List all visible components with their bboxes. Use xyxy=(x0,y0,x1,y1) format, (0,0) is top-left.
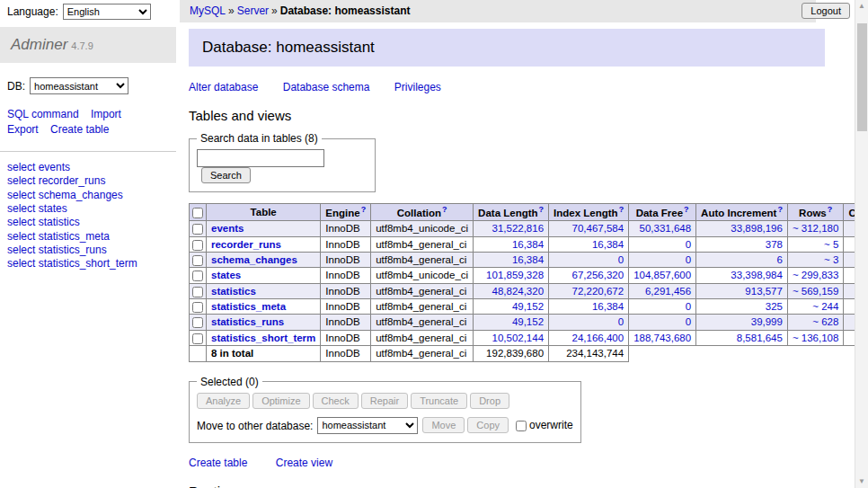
column-help-link[interactable]: ? xyxy=(828,205,833,214)
data-free-link[interactable]: 0 xyxy=(686,239,691,250)
breadcrumb-server[interactable]: Server xyxy=(237,4,269,17)
data-length-link[interactable]: 101,859,328 xyxy=(486,270,544,280)
create-link-create-table[interactable]: Create table xyxy=(189,457,247,469)
search-button[interactable]: Search xyxy=(201,167,251,183)
column-help-link[interactable]: ? xyxy=(442,205,447,214)
data-free-link[interactable]: 50,331,648 xyxy=(640,223,692,234)
search-input[interactable] xyxy=(197,149,324,167)
index-length-link[interactable]: 24,166,400 xyxy=(572,333,624,343)
sidebar-action-import[interactable]: Import xyxy=(91,108,121,120)
rows-link[interactable]: ~ 628 xyxy=(812,316,838,327)
breadcrumb-mysql[interactable]: MySQL xyxy=(190,4,226,17)
move-db-select[interactable]: homeassistant xyxy=(317,417,418,434)
create-link-create-view[interactable]: Create view xyxy=(276,457,332,469)
auto-increment-link[interactable]: 33,398,984 xyxy=(731,270,783,280)
rows-link[interactable]: ~ 299,833 xyxy=(793,270,838,280)
rows-link[interactable]: ~ 569,159 xyxy=(793,286,838,297)
bulk-check-button[interactable]: Check xyxy=(313,393,359,409)
language-select[interactable]: English xyxy=(63,4,151,20)
index-length-link[interactable]: 67,256,320 xyxy=(572,270,624,280)
scroll-down-arrow[interactable]: ▼ xyxy=(855,475,868,488)
scroll-up-arrow[interactable]: ▲ xyxy=(855,0,868,13)
sidebar-item-select-statistics-runs[interactable]: select statistics_runs xyxy=(7,244,169,257)
sidebar-item-select-statistics-meta[interactable]: select statistics_meta xyxy=(7,230,169,244)
data-length-link[interactable]: 16,384 xyxy=(512,239,544,250)
bulk-optimize-button[interactable]: Optimize xyxy=(252,393,309,409)
column-help-link[interactable]: ? xyxy=(539,205,545,214)
row-checkbox-events[interactable] xyxy=(192,224,203,235)
auto-increment-link[interactable]: 913,577 xyxy=(745,286,783,297)
table-link-states[interactable]: states xyxy=(211,270,241,280)
db-link-privileges[interactable]: Privileges xyxy=(394,81,441,93)
data-free-link[interactable]: 0 xyxy=(686,254,691,265)
table-link-statistics[interactable]: statistics xyxy=(211,286,256,297)
column-help-link[interactable]: ? xyxy=(684,205,689,214)
data-length-link[interactable]: 48,824,320 xyxy=(492,286,545,297)
move-button[interactable]: Move xyxy=(422,417,465,433)
index-length-link[interactable]: 16,384 xyxy=(592,239,624,250)
row-checkbox-statistics[interactable] xyxy=(192,287,203,297)
copy-button[interactable]: Copy xyxy=(467,417,509,433)
column-help-link[interactable]: ? xyxy=(361,205,367,214)
index-length-link[interactable]: 0 xyxy=(618,254,624,265)
row-checkbox-recorder-runs[interactable] xyxy=(192,240,203,251)
auto-increment-link[interactable]: 39,999 xyxy=(751,316,783,327)
row-checkbox-states[interactable] xyxy=(192,271,203,281)
table-link-events[interactable]: events xyxy=(211,223,244,234)
select-all-checkbox[interactable] xyxy=(192,208,203,218)
bulk-truncate-button[interactable]: Truncate xyxy=(411,393,467,409)
sidebar-action-sql-command[interactable]: SQL command xyxy=(7,108,79,120)
sidebar-item-select-statistics[interactable]: select statistics xyxy=(7,216,169,229)
data-free-link[interactable]: 0 xyxy=(686,316,691,327)
rows-link[interactable]: ~ 136,108 xyxy=(793,333,838,343)
row-checkbox-statistics-meta[interactable] xyxy=(192,302,203,313)
logout-button[interactable]: Logout xyxy=(802,3,850,19)
rows-link[interactable]: ~ 3 xyxy=(824,254,838,265)
sidebar-item-select-schema-changes[interactable]: select schema_changes xyxy=(7,189,169,202)
auto-increment-link[interactable]: 6 xyxy=(777,254,783,265)
bulk-analyze-button[interactable]: Analyze xyxy=(197,393,250,409)
index-length-link[interactable]: 0 xyxy=(618,316,624,327)
db-link-alter-database[interactable]: Alter database xyxy=(189,81,258,93)
rows-link[interactable]: ~ 5 xyxy=(824,239,838,250)
sidebar-item-select-recorder-runs[interactable]: select recorder_runs xyxy=(7,174,169,188)
auto-increment-link[interactable]: 33,898,196 xyxy=(731,223,783,234)
row-checkbox-schema-changes[interactable] xyxy=(192,255,203,266)
table-link-statistics-meta[interactable]: statistics_meta xyxy=(211,301,286,312)
table-link-recorder-runs[interactable]: recorder_runs xyxy=(211,239,281,250)
bulk-repair-button[interactable]: Repair xyxy=(361,393,408,409)
scrollbar-thumb[interactable] xyxy=(857,23,867,131)
row-checkbox-statistics-runs[interactable] xyxy=(192,317,203,328)
db-link-database-schema[interactable]: Database schema xyxy=(283,81,370,93)
data-free-link[interactable]: 0 xyxy=(686,301,691,312)
sidebar-action-export[interactable]: Export xyxy=(7,123,39,136)
data-free-link[interactable]: 6,291,456 xyxy=(645,286,691,297)
vertical-scrollbar[interactable]: ▲ ▼ xyxy=(855,0,868,488)
bulk-drop-button[interactable]: Drop xyxy=(470,393,509,409)
overwrite-checkbox[interactable] xyxy=(516,421,527,431)
data-length-link[interactable]: 49,152 xyxy=(512,316,544,327)
index-length-link[interactable]: 70,467,584 xyxy=(572,223,624,234)
auto-increment-link[interactable]: 378 xyxy=(766,239,783,250)
sidebar-item-select-events[interactable]: select events xyxy=(7,161,169,174)
column-help-link[interactable]: ? xyxy=(619,205,624,214)
data-length-link[interactable]: 49,152 xyxy=(512,301,544,312)
auto-increment-link[interactable]: 325 xyxy=(766,301,783,312)
index-length-link[interactable]: 72,220,672 xyxy=(572,286,624,297)
sidebar-item-select-statistics-short-term[interactable]: select statistics_short_term xyxy=(7,257,169,271)
row-checkbox-statistics-short-term[interactable] xyxy=(192,333,203,344)
data-free-link[interactable]: 188,743,680 xyxy=(633,333,691,343)
table-link-schema-changes[interactable]: schema_changes xyxy=(211,254,297,265)
auto-increment-link[interactable]: 8,581,645 xyxy=(737,333,783,343)
sidebar-item-select-states[interactable]: select states xyxy=(7,202,169,216)
table-link-statistics-short-term[interactable]: statistics_short_term xyxy=(211,333,315,343)
data-length-link[interactable]: 16,384 xyxy=(512,254,544,265)
data-length-link[interactable]: 10,502,144 xyxy=(492,333,545,343)
rows-link[interactable]: ~ 244 xyxy=(812,301,838,312)
table-link-statistics-runs[interactable]: statistics_runs xyxy=(211,316,284,327)
rows-link[interactable]: ~ 312,180 xyxy=(793,223,838,234)
data-free-link[interactable]: 104,857,600 xyxy=(633,270,691,280)
sidebar-action-create-table[interactable]: Create table xyxy=(50,123,109,136)
index-length-link[interactable]: 16,384 xyxy=(592,301,624,312)
db-select[interactable]: homeassistant xyxy=(30,77,128,94)
